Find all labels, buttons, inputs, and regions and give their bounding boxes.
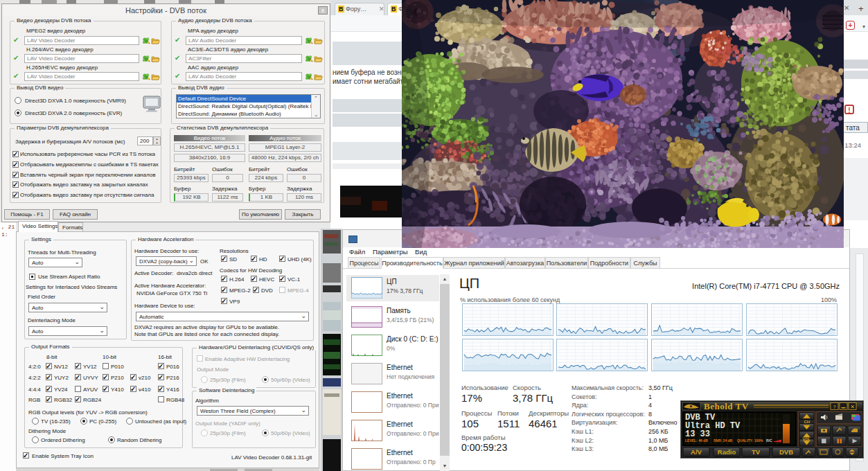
svg-text:QUALITY: 100%: QUALITY: 100% xyxy=(737,438,763,443)
svg-text:CH: CH xyxy=(804,420,811,424)
svg-text:Radio: Radio xyxy=(718,448,736,456)
svg-text:A/V: A/V xyxy=(691,448,702,456)
svg-text:Behold TV: Behold TV xyxy=(704,401,749,411)
svg-text:13 33: 13 33 xyxy=(685,429,710,439)
svg-text:✕: ✕ xyxy=(850,404,855,410)
svg-text:R/C: R/C xyxy=(766,438,772,443)
svg-text:TV: TV xyxy=(752,448,761,456)
svg-text:LEVEL: 46 dB: LEVEL: 46 dB xyxy=(685,438,708,443)
svg-text:?: ? xyxy=(833,404,836,410)
svg-text:DVB: DVB xyxy=(779,448,793,456)
svg-text:SNR: 24 dB: SNR: 24 dB xyxy=(714,438,733,443)
svg-text:VOL: VOL xyxy=(803,437,811,441)
